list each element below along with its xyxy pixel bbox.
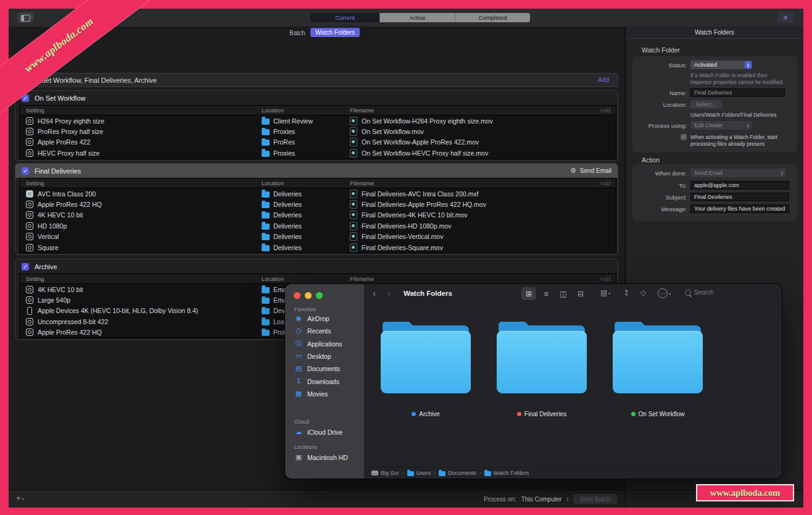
zoom-button[interactable] xyxy=(316,292,323,299)
table-row[interactable]: H264 Proxy eighth size Client Review On … xyxy=(20,115,616,126)
folder-item-archive[interactable]: Archive xyxy=(381,323,471,417)
sidebar-item-airdrop[interactable]: ◉AirDrop xyxy=(291,312,362,324)
process-using-dropdown[interactable]: Edit Cluster ▴▾ xyxy=(690,121,752,130)
search-icon xyxy=(685,290,691,296)
setting-name: Apple ProRes 422 HQ xyxy=(38,329,102,336)
gallery-view-button[interactable]: ⊟ xyxy=(573,287,588,300)
hard-drive-icon: ▣ xyxy=(294,453,303,461)
status-note: If a Watch Folder is enabled then inspec… xyxy=(690,72,789,85)
back-button[interactable]: ‹ xyxy=(373,288,376,298)
setting-name: Vertical xyxy=(38,233,59,240)
activate-checkbox[interactable]: ✓ xyxy=(681,134,687,140)
section-header[interactable]: ✓ Archive xyxy=(15,259,618,274)
inspector-toggle-button[interactable]: ≡ xyxy=(777,12,793,23)
sidebar-item-movies[interactable]: ▦Movies xyxy=(291,388,362,400)
more-actions-button[interactable]: ⋯▾ xyxy=(658,288,671,298)
file-icon xyxy=(350,232,357,241)
path-separator: › xyxy=(479,470,481,476)
locations-label: Locations xyxy=(294,444,317,450)
setting-icon xyxy=(26,201,33,208)
plus-icon: + xyxy=(16,493,21,503)
checkbox-checked[interactable]: ✓ xyxy=(22,263,29,270)
tab-current[interactable]: Current xyxy=(310,13,379,22)
sidebar-item-applications[interactable]: ⒶApplications xyxy=(291,338,362,350)
setting-name: Apple ProRes 422 xyxy=(38,138,90,146)
filename: Final Deliveries-Apple ProRes 422 HQ.mov xyxy=(362,201,486,208)
table-row[interactable]: 4K HEVC 10 bit Deliveries Final Deliveri… xyxy=(20,210,616,220)
sidebar-item-recents[interactable]: ◷Recents xyxy=(291,325,362,337)
ellipsis-icon: ⋯ xyxy=(658,288,668,298)
folder-item-final-deliveries[interactable]: Final Deliveries xyxy=(497,323,587,417)
table-row[interactable]: HD 1080p Deliveries Final Deliveries-HD … xyxy=(20,220,616,231)
column-view-button[interactable]: ◫ xyxy=(556,287,571,300)
tab-active[interactable]: Active xyxy=(379,13,455,22)
path-separator: › xyxy=(434,470,436,476)
table-row[interactable]: AVC Intra Class 200 Deliveries Final Del… xyxy=(20,188,616,199)
icloud-label: iCloud xyxy=(294,419,309,425)
tab-watch-folders[interactable]: Watch Folders xyxy=(310,28,360,37)
table-row[interactable]: Square Deliveries Final Deliveries-Squar… xyxy=(20,242,616,253)
chevron-down-icon: ▾ xyxy=(608,291,610,295)
sidebar-item-desktop[interactable]: ▭Desktop xyxy=(291,350,362,362)
section-header-selected[interactable]: ✓ Final Deliveries ⚙ Send Email xyxy=(15,164,618,178)
setting-icon xyxy=(26,149,33,157)
folder-icon xyxy=(381,323,471,393)
add-link[interactable]: Add xyxy=(598,77,609,83)
minimize-button[interactable] xyxy=(305,292,312,299)
close-button[interactable] xyxy=(294,292,300,299)
sidebar-item-downloads[interactable]: ↧Downloads xyxy=(291,375,362,387)
send-email-action[interactable]: ⚙ Send Email xyxy=(570,167,611,175)
name-field[interactable]: Final Deliveries xyxy=(690,88,785,97)
when-done-value: Send Email xyxy=(694,170,723,176)
to-field[interactable]: apple@apple.com xyxy=(690,181,789,190)
process-on-stepper[interactable]: ▴▾ xyxy=(566,496,568,502)
sidebar-item-icloud-drive[interactable]: ☁iCloud Drive xyxy=(291,426,362,438)
folder-icon xyxy=(262,151,270,157)
message-field[interactable]: Your delivery files have been created xyxy=(690,204,789,213)
sidebar-item-documents[interactable]: ▤Documents xyxy=(291,362,362,374)
share-button[interactable]: ↥ xyxy=(623,288,629,297)
table-row[interactable]: Apple ProRes 422 ProRes On Set Workflow-… xyxy=(20,137,616,148)
forward-button[interactable]: › xyxy=(387,288,391,298)
setting-name: Apple ProRes 422 HQ xyxy=(38,201,102,208)
list-view-button[interactable]: ≡ xyxy=(539,287,553,300)
action-group: When done: Send Email ▴▾ To: apple@apple… xyxy=(632,164,797,221)
share-icon: ↥ xyxy=(623,288,629,297)
column-add[interactable]: Add xyxy=(590,275,616,282)
column-add[interactable]: Add xyxy=(590,107,616,114)
path-item-users[interactable]: Users xyxy=(407,470,431,476)
path-item-watch-folders[interactable]: Watch Folders xyxy=(484,470,529,476)
start-batch-button[interactable]: Start Batch xyxy=(573,494,617,504)
when-done-dropdown[interactable]: Send Email ▴▾ xyxy=(690,169,786,177)
folder-icon xyxy=(262,191,270,198)
table-row[interactable]: HEVC Proxy half size Proxies On Set Work… xyxy=(20,148,616,158)
section-header[interactable]: ✓ On Set Workflow xyxy=(15,91,618,105)
sidebar-toggle-button[interactable] xyxy=(17,12,33,23)
tag-button[interactable]: ◇ xyxy=(640,288,646,297)
group-button[interactable]: ▤▾ xyxy=(600,288,610,297)
path-item-disk[interactable]: Big Sur xyxy=(371,470,399,476)
folder-item-on-set-workflow[interactable]: On Set Workflow xyxy=(613,323,703,417)
table-row[interactable]: Vertical Deliveries Final Deliveries-Ver… xyxy=(20,232,616,242)
search-field[interactable]: Search xyxy=(685,289,774,296)
filename: On Set Workflow-H264 Proxy eighth size.m… xyxy=(362,117,493,125)
subject-field[interactable]: Final Devileries xyxy=(690,193,789,201)
column-add[interactable]: Add xyxy=(590,180,616,186)
checkbox-checked[interactable]: ✓ xyxy=(22,167,29,175)
tag-dot-blue xyxy=(412,412,416,416)
icon-view-button[interactable]: ⊞ xyxy=(521,287,536,300)
tab-completed[interactable]: Completed xyxy=(455,13,530,22)
setting-icon xyxy=(26,211,33,219)
finder-main: ‹ › Watch Folders ⊞ ≡ ◫ ⊟ ▤▾ ↥ ◇ ⋯▾ Sear… xyxy=(364,284,782,479)
tab-batch[interactable]: Batch xyxy=(285,28,310,37)
table-row[interactable]: ProRes Proxy half size Proxies On Set Wo… xyxy=(20,126,616,136)
status-dropdown[interactable]: Activated ▴▾ xyxy=(690,61,752,69)
folder-grid: Archive Final Deliveries On Set Workflow xyxy=(381,323,703,417)
select-location-button[interactable]: Select... xyxy=(690,100,722,109)
table-row[interactable]: Apple ProRes 422 HQ Deliveries Final Del… xyxy=(20,199,616,209)
section-name: Final Deliveries xyxy=(35,167,81,175)
add-batch-button[interactable]: + ▾ xyxy=(16,493,24,503)
sidebar-item-macintosh-hd[interactable]: ▣Macintosh HD xyxy=(291,451,362,463)
setting-icon xyxy=(26,244,33,251)
path-item-documents[interactable]: Documents xyxy=(439,470,476,476)
